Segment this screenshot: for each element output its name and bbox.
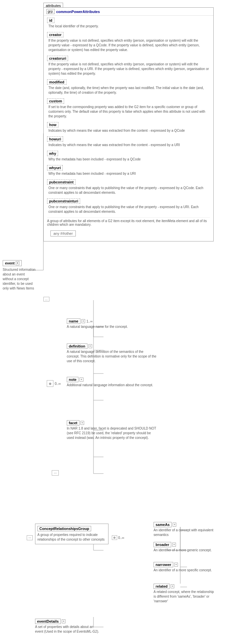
concept-relationships-group-box: ConceptRelationshipsGroup [37,526,91,531]
related-row: related + [154,584,217,589]
attr-howuri-box: howuri [47,136,63,142]
crg-left-connector: ··· [27,535,33,540]
attr-custom-box: custom [47,98,64,104]
attr-id-box: id [47,18,54,23]
dots-box: ··· [52,470,59,476]
narrower-box: narrower [154,562,173,567]
any-other-box: any ##other [50,230,76,236]
attr-whyuri-desc: Why the metadata has been included - exp… [48,171,210,176]
event-details-expand-icon[interactable]: + [62,619,65,623]
broader-desc: An identifier of a more generic concept. [154,548,217,553]
attr-whyuri: whyuri Why the metadata has been include… [47,165,210,177]
definition-element-container: definition + A natural language definiti… [67,344,157,364]
name-element-row: name + 1..∞ [67,318,157,324]
event-details-row: eventDetails + [35,619,102,624]
any-other-container: any ##other [47,228,210,238]
group-note: A group of attributes for all elements o… [47,217,210,226]
dots-connector: ··· [52,470,59,476]
attr-howuri-desc: Indicates by which means the value was e… [48,143,210,147]
crg-multiplicity: ⊕ 0..∞ [112,535,124,540]
attr-creator-box: creator [47,32,63,37]
event-details-container: eventDetails + A set of properties with … [35,619,102,634]
related-box: related [154,584,170,589]
grp-icon: grp: [46,9,55,14]
attr-whyuri-box: whyuri [47,165,63,170]
attr-pubconstrainturi: pubconstrainturi One or many constraints… [47,198,210,215]
name-element-desc: A natural language name for the concept. [67,325,157,329]
note-element-box: note [67,377,78,382]
broader-box: broader [154,542,171,547]
name-element-container: name + 1..∞ A natural language name for … [67,318,157,329]
related-container: related + A related concept, where the r… [154,584,217,604]
attr-creatoruri: creatoruri If the property value is not … [47,56,210,77]
sequence-connector-1: ... [43,297,49,301]
attr-custom: custom If set to true the corresponding … [47,98,210,120]
facet-expand-icon[interactable]: + [80,421,84,425]
facet-element-container: facet + In NAR 1.8 and later, facet is d… [67,420,157,440]
narrower-row: narrower + [154,562,217,567]
any-other-label: any ##other [53,231,73,235]
choice-indicator: ⊕ [47,380,53,387]
attr-pubconstraint-desc: One or many constraints that apply to pu… [48,186,210,195]
event-details-desc: A set of properties with details about a… [35,625,102,634]
note-expand-icon[interactable]: + [79,378,83,382]
note-element-container: note + Additional natural language infor… [67,377,157,388]
crg-choice-icon: ⊕ [112,535,117,540]
attr-id-desc: The local identifier of the property. [48,24,210,29]
sameas-box: sameAs [154,522,172,527]
attributes-outer-box: grp: commonPowerAttributes id The local … [43,7,214,241]
attr-why-desc: Why the metadata has been included - exp… [48,157,210,162]
facet-element-desc: In NAR 1.8 and later, facet is deprecate… [67,426,157,440]
sameas-row: sameAs + [154,522,217,527]
facet-element-row: facet + [67,420,157,426]
grp-header: grp: commonPowerAttributes [44,8,213,16]
note-choice-indicator: ⊕ 0..∞ [47,380,61,387]
concept-relationships-group-container: ConceptRelationshipsGroup A group of pro… [35,524,108,544]
note-element-row: note + [67,377,157,382]
event-name: event [5,261,15,265]
facet-element-box: facet [67,420,79,426]
broader-expand-icon[interactable]: + [172,543,176,547]
attr-pubconstraint-box: pubconstraint [47,179,75,185]
sameas-desc: An identifier of a concept with equivale… [154,528,217,537]
attr-why-box: why [47,151,58,156]
event-details-box: eventDetails [35,619,61,624]
definition-element-desc: A natural language definition of the sem… [67,350,157,364]
narrower-expand-icon[interactable]: + [174,563,178,567]
diagram-container: attributes grp: commonPowerAttributes id… [0,0,225,644]
attr-creatoruri-desc: If the property value is not defined, sp… [48,62,210,76]
attr-how: how Indicates by which means the value w… [47,122,210,134]
related-expand-icon[interactable]: + [171,584,174,588]
note-element-desc: Additional natural language information … [67,383,157,388]
grp-name: commonPowerAttributes [56,10,100,14]
event-container: event + Structured information about an … [3,260,36,291]
attr-id: id The local identifier of the property. [47,18,210,30]
name-multiplicity: 1..∞ [86,319,92,323]
event-desc: Structured information about an event wi… [3,267,36,291]
attr-pubconstrainturi-desc: One or many constraints that apply to pu… [48,205,210,214]
name-element-box: name [67,318,80,324]
definition-expand-icon[interactable]: + [88,344,92,348]
seq-indicator: ... [43,297,49,301]
narrower-container: narrower + An identifier of a more speci… [154,562,217,573]
attr-creatoruri-box: creatoruri [47,56,68,61]
concept-relationships-group-row: ConceptRelationshipsGroup [37,526,106,531]
related-desc: A related concept, where the relationshi… [154,590,217,604]
attr-modified-box: modified [47,79,66,85]
attr-howuri: howuri Indicates by which means the valu… [47,136,210,149]
attr-modified-desc: The date (and, optionally, the time) whe… [48,86,210,95]
attr-why: why Why the metadata has been included -… [47,151,210,163]
concept-relationships-group-desc: A group of properties required to indica… [37,533,106,542]
sameas-expand-icon[interactable]: + [173,523,176,527]
event-expand-icon[interactable]: + [16,261,19,265]
attr-modified: modified The date (and, optionally, the … [47,79,210,96]
attr-how-box: how [47,122,58,127]
event-box: event + [3,260,22,266]
crg-multiplicity-label: 0..∞ [118,536,124,540]
sameas-container: sameAs + An identifier of a concept with… [154,522,217,537]
name-expand-icon[interactable]: + [81,319,85,323]
note-multiplicity-label: 0..∞ [55,382,61,386]
broader-row: broader + [154,542,217,547]
attr-pubconstraint: pubconstraint One or many constraints th… [47,179,210,196]
attr-creator: creator If the property value is not def… [47,32,210,54]
